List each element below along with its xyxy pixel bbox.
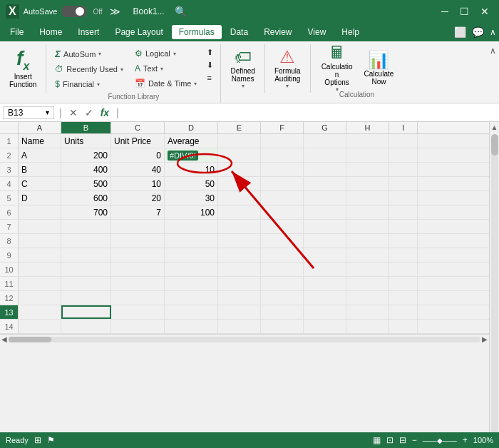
cell-c11[interactable] — [111, 277, 165, 290]
cell-b8[interactable] — [61, 234, 111, 248]
cell-b1[interactable]: Units — [61, 134, 111, 148]
cell-f10[interactable] — [261, 263, 304, 276]
sort-desc-button[interactable]: ⬇ — [204, 59, 216, 71]
cell-d1[interactable]: Average — [165, 134, 218, 148]
minimize-button[interactable]: ─ — [437, 4, 453, 19]
cell-d8[interactable] — [165, 234, 218, 248]
view-page-layout-icon[interactable]: ⊡ — [386, 435, 393, 445]
cell-i11[interactable] — [389, 277, 418, 290]
menu-help[interactable]: Help — [334, 25, 366, 39]
cell-d9[interactable] — [165, 248, 218, 262]
cell-e9[interactable] — [218, 248, 261, 262]
recently-used-button[interactable]: ⏱ Recently Used ▾ — [51, 62, 128, 76]
cell-g3[interactable] — [304, 163, 346, 176]
autosave-toggle[interactable] — [61, 6, 87, 17]
menu-review[interactable]: Review — [257, 25, 299, 39]
cell-e10[interactable] — [218, 263, 261, 276]
cell-i12[interactable] — [389, 291, 418, 305]
cell-h6[interactable] — [346, 205, 389, 219]
calc-now-button[interactable]: 📊 CalculateNow — [359, 46, 399, 89]
scroll-right-arrow[interactable]: ▶ — [482, 335, 488, 343]
cell-g1[interactable] — [304, 134, 346, 148]
menu-formulas[interactable]: Formulas — [172, 25, 222, 39]
cell-d13[interactable] — [165, 305, 218, 319]
cell-c2[interactable]: 0 — [111, 148, 165, 162]
cell-b13[interactable] — [61, 305, 111, 319]
cell-c4[interactable]: 10 — [111, 177, 165, 190]
cell-a10[interactable] — [19, 263, 61, 276]
formula-input[interactable] — [124, 106, 496, 119]
cell-i4[interactable] — [389, 177, 418, 190]
cell-i9[interactable] — [389, 248, 418, 262]
zoom-in-icon[interactable]: + — [463, 435, 468, 445]
financial-button[interactable]: $ Financial ▾ — [51, 77, 128, 91]
cell-g9[interactable] — [304, 248, 346, 262]
col-header-i[interactable]: I — [389, 122, 418, 133]
cell-c5[interactable]: 20 — [111, 191, 165, 205]
cell-f5[interactable] — [261, 191, 304, 205]
cell-e3[interactable] — [218, 163, 261, 176]
cell-h11[interactable] — [346, 277, 389, 290]
search-icon[interactable]: 🔍 — [175, 6, 187, 17]
cell-b14[interactable] — [61, 320, 111, 333]
cell-h5[interactable] — [346, 191, 389, 205]
cell-i13[interactable] — [389, 305, 418, 319]
cell-a3[interactable]: B — [19, 163, 61, 176]
cell-b3[interactable]: 400 — [61, 163, 111, 176]
more-functions-button[interactable]: ≡ — [204, 72, 216, 83]
cell-g7[interactable] — [304, 220, 346, 233]
cell-i7[interactable] — [389, 220, 418, 233]
cell-a12[interactable] — [19, 291, 61, 305]
cell-e1[interactable] — [218, 134, 261, 148]
cell-i2[interactable] — [389, 148, 418, 162]
col-header-c[interactable]: C — [111, 122, 165, 133]
cell-a6[interactable] — [19, 205, 61, 219]
cell-f3[interactable] — [261, 163, 304, 176]
calculation-options-button[interactable]: 🖩 CalculationOptions ▾ — [315, 46, 359, 89]
cell-i8[interactable] — [389, 234, 418, 248]
cell-c1[interactable]: Unit Price — [111, 134, 165, 148]
cell-a4[interactable]: C — [19, 177, 61, 190]
scroll-track[interactable] — [9, 337, 480, 342]
cell-a11[interactable] — [19, 277, 61, 290]
cell-b7[interactable] — [61, 220, 111, 233]
menu-file[interactable]: File — [3, 25, 31, 39]
cell-e11[interactable] — [218, 277, 261, 290]
cell-c7[interactable] — [111, 220, 165, 233]
share-icon[interactable]: ⬜ — [454, 26, 466, 38]
cell-f14[interactable] — [261, 320, 304, 333]
cell-h10[interactable] — [346, 263, 389, 276]
menu-insert[interactable]: Insert — [71, 25, 106, 39]
cell-g8[interactable] — [304, 234, 346, 248]
cell-i3[interactable] — [389, 163, 418, 176]
cell-b5[interactable]: 600 — [61, 191, 111, 205]
col-header-f[interactable]: F — [261, 122, 304, 133]
scroll-thumb[interactable] — [9, 337, 51, 342]
cell-c12[interactable] — [111, 291, 165, 305]
col-header-d[interactable]: D — [165, 122, 218, 133]
cell-e4[interactable] — [218, 177, 261, 190]
cell-b10[interactable] — [61, 263, 111, 276]
cell-g5[interactable] — [304, 191, 346, 205]
cell-e12[interactable] — [218, 291, 261, 305]
zoom-out-icon[interactable]: − — [412, 435, 417, 445]
cell-c10[interactable] — [111, 263, 165, 276]
view-page-break-icon[interactable]: ⊟ — [399, 435, 406, 445]
collapse-ribbon-icon[interactable]: ∧ — [490, 27, 496, 37]
cell-h1[interactable] — [346, 134, 389, 148]
cell-a1[interactable]: Name — [19, 134, 61, 148]
cell-g14[interactable] — [304, 320, 346, 333]
cell-g4[interactable] — [304, 177, 346, 190]
cell-e14[interactable] — [218, 320, 261, 333]
horizontal-scrollbar[interactable]: ◀ ▶ — [0, 334, 489, 344]
v-scroll-thumb[interactable] — [491, 134, 498, 156]
menu-page-layout[interactable]: Page Layout — [108, 25, 170, 39]
scroll-up-arrow[interactable]: ▲ — [490, 122, 499, 133]
name-box-dropdown-arrow[interactable]: ▾ — [46, 108, 49, 116]
cell-g13[interactable] — [304, 305, 346, 319]
cell-b9[interactable] — [61, 248, 111, 262]
cell-f9[interactable] — [261, 248, 304, 262]
col-header-a[interactable]: A — [19, 122, 61, 133]
text-button[interactable]: A Text ▾ — [130, 61, 202, 76]
cell-i10[interactable] — [389, 263, 418, 276]
